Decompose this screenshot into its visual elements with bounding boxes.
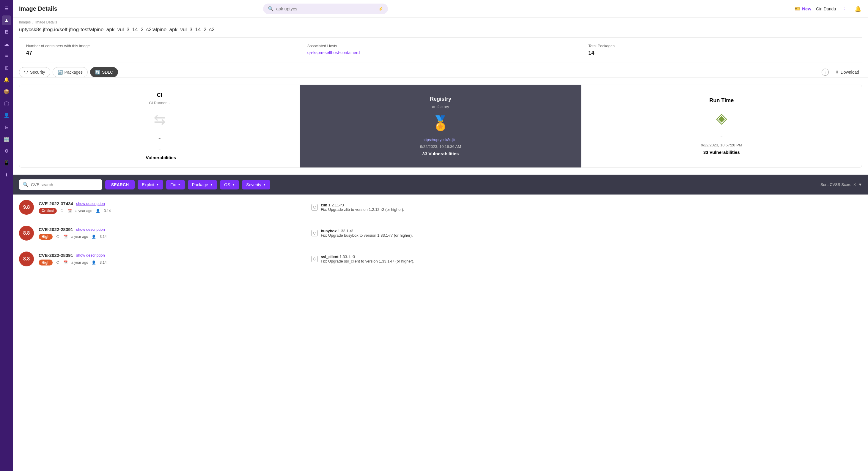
score-badge: 8.8: [19, 226, 34, 240]
ci-dash2: -: [158, 144, 161, 153]
user-icon: 👤: [96, 209, 100, 213]
more-options-icon[interactable]: ⋮: [841, 5, 849, 13]
registry-link[interactable]: https://uptycsk8s.jfr...: [423, 137, 458, 142]
cve-icon: ⏱: [56, 235, 60, 239]
cve-search-wrap[interactable]: 🔍: [19, 179, 102, 190]
cve-icon: ⏱: [60, 209, 64, 213]
sidebar-list-icon[interactable]: ≡: [2, 51, 11, 61]
breadcrumb-current: Image Details: [35, 20, 57, 24]
registry-date: 9/22/2023, 10:16:36 AM: [420, 144, 461, 149]
sidebar: ☰ ▲ 🖥 ☁ ≡ ⊞ 🔔 📦 ◯ 👤 ⊟ 🏢 ⚙ 📱 ℹ: [0, 0, 13, 471]
filter-row: 🔍 SEARCH Exploit ▼ Fix ▼ Package ▼ OS ▼ …: [13, 175, 868, 195]
fix-dropdown-icon: ▼: [178, 183, 181, 186]
package-icon: ⬡: [311, 230, 318, 236]
ci-title: CI: [157, 92, 162, 98]
cve-version: 3.14: [104, 209, 111, 213]
breadcrumb-parent[interactable]: Images: [19, 20, 31, 24]
cve-id: CVE-2022-28391: [39, 253, 73, 258]
download-button[interactable]: ⬇ Download: [832, 68, 862, 76]
tab-security[interactable]: 🛡 Security: [19, 67, 50, 77]
severity-badge: High: [39, 234, 53, 240]
cve-info: CVE-2022-37434 show description Critical…: [39, 201, 307, 214]
cve-list: 9.8 CVE-2022-37434 show description Crit…: [13, 195, 868, 272]
calendar-icon: 📅: [63, 261, 68, 265]
cve-fix: ⬡ busybox 1.33.1-r3 Fix: Upgrade busybox…: [311, 229, 847, 238]
sidebar-monitor-icon[interactable]: 🖥: [2, 27, 11, 37]
hosts-link[interactable]: qa-kspm-selfhost-containerd: [307, 50, 360, 55]
user-icon: 👤: [92, 261, 96, 265]
sdlc-icon: 🔄: [95, 70, 100, 74]
sidebar-grid-icon[interactable]: ⊟: [2, 122, 11, 132]
notification-bell-icon[interactable]: 🔔: [854, 5, 862, 13]
tab-packages[interactable]: 🔄 Packages: [53, 67, 88, 77]
sidebar-cloud-icon[interactable]: ☁: [2, 39, 11, 49]
user-name: Giri Dandu: [816, 6, 836, 11]
sdlc-section: CI CI Runner: - ⇆ - - - Vulnerabilities …: [13, 77, 868, 175]
search-input[interactable]: [276, 6, 376, 11]
sort-dropdown-icon[interactable]: ▼: [858, 182, 862, 187]
more-options-button[interactable]: ⋮: [852, 229, 862, 238]
sidebar-info-icon[interactable]: ℹ: [2, 170, 11, 179]
sidebar-gear-icon[interactable]: ⚙: [2, 146, 11, 156]
exploit-dropdown-icon: ▼: [156, 183, 159, 186]
package-filter[interactable]: Package ▼: [188, 180, 217, 190]
search-icon: 🔍: [268, 6, 274, 11]
header-actions: 🎫 New Giri Dandu ⋮ 🔔: [795, 5, 862, 13]
cve-search-icon: 🔍: [23, 182, 29, 188]
info-button[interactable]: i: [822, 69, 829, 76]
severity-badge: High: [39, 260, 53, 266]
show-description-link[interactable]: show description: [76, 253, 105, 258]
sort-clear-button[interactable]: ✕: [853, 182, 857, 187]
runtime-date: 9/22/2023, 10:57:28 PM: [701, 143, 742, 147]
ci-vuln: - Vulnerabilities: [143, 155, 176, 160]
user-icon: 👤: [92, 235, 96, 239]
show-description-link[interactable]: show description: [76, 227, 105, 232]
table-row: 9.8 CVE-2022-37434 show description Crit…: [19, 195, 862, 221]
sidebar-box-icon[interactable]: 📦: [2, 87, 11, 96]
fix-filter[interactable]: Fix ▼: [166, 180, 185, 190]
cve-version: 3.14: [100, 235, 106, 239]
header: Image Details 🔍 ⚡ 🎫 New Giri Dandu ⋮ 🔔: [13, 0, 868, 18]
sidebar-face-icon[interactable]: 👤: [2, 110, 11, 120]
sidebar-circle-icon[interactable]: ◯: [2, 99, 11, 108]
more-options-button[interactable]: ⋮: [852, 255, 862, 263]
image-path: uptycsk8s.jfrog.io/self-jfrog-test/alpin…: [13, 26, 868, 37]
sidebar-menu-icon[interactable]: ☰: [2, 4, 11, 13]
cve-fix: ⬡ ssl_client 1.33.1-r3 Fix: Upgrade ssl_…: [311, 255, 847, 263]
sidebar-bell-icon[interactable]: 🔔: [2, 75, 11, 85]
page-title: Image Details: [19, 5, 57, 12]
calendar-icon: 📅: [67, 209, 72, 213]
registry-badge-icon: 🏅: [432, 115, 450, 132]
sort-label: Sort: CVSS Score ✕ ▼: [820, 182, 862, 187]
new-icon: 🎫: [795, 6, 800, 11]
packages-label: Total Packages: [588, 44, 855, 48]
more-options-button[interactable]: ⋮: [852, 203, 862, 212]
packages-icon: 🔄: [58, 70, 63, 74]
sidebar-dashboard-icon[interactable]: ▲: [2, 15, 11, 25]
search-bar[interactable]: 🔍 ⚡: [263, 4, 388, 14]
shield-icon: 🛡: [24, 70, 28, 74]
package-icon: ⬡: [311, 256, 318, 262]
registry-title: Registry: [430, 96, 451, 102]
sidebar-device-icon[interactable]: 📱: [2, 158, 11, 168]
cve-fix: ⬡ zlib 1.2.11-r3 Fix: Upgrade zlib to ve…: [311, 203, 847, 212]
cve-info: CVE-2022-28391 show description High ⏱ 📅…: [39, 253, 307, 266]
containers-stat: Number of containers with this image 47: [19, 38, 300, 62]
sidebar-building-icon[interactable]: 🏢: [2, 134, 11, 144]
show-description-link[interactable]: show description: [76, 201, 105, 206]
tabs-row: 🛡 Security 🔄 Packages 🔄 SDLC i ⬇ Downloa…: [13, 62, 868, 77]
os-filter[interactable]: OS ▼: [220, 180, 239, 190]
cve-icon: ⏱: [56, 261, 60, 265]
cve-search-input[interactable]: [31, 182, 99, 187]
tab-sdlc[interactable]: 🔄 SDLC: [90, 67, 118, 77]
severity-filter[interactable]: Severity ▼: [242, 180, 270, 190]
runtime-dash: -: [720, 132, 723, 140]
packages-value: 14: [588, 50, 855, 56]
exploit-filter[interactable]: Exploit ▼: [137, 180, 163, 190]
table-row: 8.8 CVE-2022-28391 show description High…: [19, 221, 862, 246]
sidebar-puzzle-icon[interactable]: ⊞: [2, 63, 11, 72]
content-area: Images / Image Details uptycsk8s.jfrog.i…: [13, 18, 868, 471]
severity-badge: Critical: [39, 208, 57, 214]
new-button[interactable]: 🎫 New: [795, 6, 811, 11]
search-button[interactable]: SEARCH: [105, 180, 135, 190]
